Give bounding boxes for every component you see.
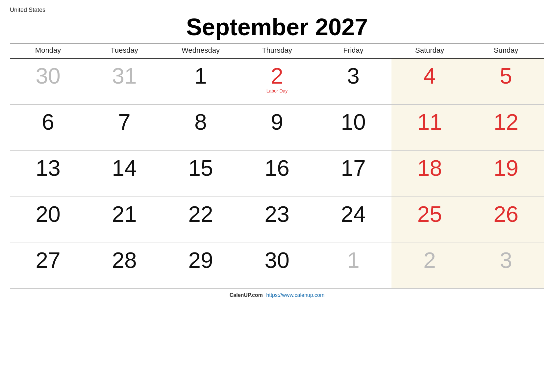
calendar-title: September 2027 <box>10 14 544 40</box>
country-label: United States <box>10 7 544 13</box>
calendar-container: United States September 2027 MondayTuesd… <box>0 0 554 307</box>
day-cell: 3 <box>315 58 391 104</box>
day-number: 23 <box>241 203 313 225</box>
day-number: 4 <box>394 65 465 87</box>
day-cell: 21 <box>86 196 163 243</box>
day-cell: 7 <box>86 104 163 150</box>
weekday-header-tuesday: Tuesday <box>86 43 163 58</box>
day-cell: 10 <box>315 104 391 150</box>
day-number: 16 <box>241 157 313 179</box>
day-number: 14 <box>89 157 160 179</box>
weekday-header-thursday: Thursday <box>239 43 315 58</box>
weekday-header-saturday: Saturday <box>391 43 468 58</box>
day-cell: 17 <box>315 150 391 196</box>
day-number: 28 <box>89 249 160 271</box>
day-number: 29 <box>165 249 236 271</box>
day-cell: 30 <box>239 243 315 289</box>
day-number: 20 <box>13 203 84 225</box>
day-cell: 16 <box>239 150 315 196</box>
day-number: 27 <box>13 249 84 271</box>
day-number: 12 <box>470 111 541 133</box>
day-number: 2 <box>394 249 465 271</box>
day-cell: 8 <box>163 104 239 150</box>
week-row-4: 20212223242526 <box>10 196 544 243</box>
day-number: 26 <box>470 203 541 225</box>
week-row-1: 303112Labor Day345 <box>10 58 544 104</box>
calendar-table: MondayTuesdayWednesdayThursdayFridaySatu… <box>10 43 544 289</box>
day-number: 5 <box>470 65 541 87</box>
day-number: 21 <box>89 203 160 225</box>
day-cell: 2 <box>391 243 468 289</box>
day-cell: 4 <box>391 58 468 104</box>
day-cell: 9 <box>239 104 315 150</box>
day-number: 17 <box>318 157 389 179</box>
day-number: 31 <box>89 65 160 87</box>
day-cell: 23 <box>239 196 315 243</box>
day-number: 30 <box>241 249 313 271</box>
day-cell: 18 <box>391 150 468 196</box>
day-cell: 20 <box>10 196 86 243</box>
day-number: 15 <box>165 157 236 179</box>
weekday-header-wednesday: Wednesday <box>163 43 239 58</box>
day-cell: 22 <box>163 196 239 243</box>
day-number: 10 <box>318 111 389 133</box>
day-number: 1 <box>165 65 236 87</box>
day-cell: 28 <box>86 243 163 289</box>
day-cell: 19 <box>468 150 544 196</box>
weekday-header-monday: Monday <box>10 43 86 58</box>
day-number: 8 <box>165 111 236 133</box>
day-cell: 15 <box>163 150 239 196</box>
day-cell: 5 <box>468 58 544 104</box>
calendar-body: 303112Labor Day3456789101112131415161718… <box>10 58 544 289</box>
holiday-label: Labor Day <box>241 88 313 93</box>
day-cell: 26 <box>468 196 544 243</box>
day-number: 25 <box>394 203 465 225</box>
site-name: CalenUP.com <box>230 292 263 298</box>
day-number: 6 <box>13 111 84 133</box>
day-cell: 6 <box>10 104 86 150</box>
day-number: 11 <box>394 111 465 133</box>
day-cell: 24 <box>315 196 391 243</box>
day-cell: 31 <box>86 58 163 104</box>
day-cell: 29 <box>163 243 239 289</box>
day-cell: 14 <box>86 150 163 196</box>
day-number: 9 <box>241 111 313 133</box>
day-number: 22 <box>165 203 236 225</box>
week-row-3: 13141516171819 <box>10 150 544 196</box>
day-cell: 25 <box>391 196 468 243</box>
day-cell: 1 <box>315 243 391 289</box>
day-cell: 11 <box>391 104 468 150</box>
weekday-header-friday: Friday <box>315 43 391 58</box>
day-cell: 3 <box>468 243 544 289</box>
weekday-header-row: MondayTuesdayWednesdayThursdayFridaySatu… <box>10 43 544 58</box>
day-cell: 30 <box>10 58 86 104</box>
day-number: 1 <box>318 249 389 271</box>
day-cell: 12 <box>468 104 544 150</box>
day-number: 2 <box>241 65 313 87</box>
day-number: 3 <box>470 249 541 271</box>
day-cell: 13 <box>10 150 86 196</box>
day-cell: 2Labor Day <box>239 58 315 104</box>
day-number: 19 <box>470 157 541 179</box>
day-number: 30 <box>13 65 84 87</box>
day-number: 7 <box>89 111 160 133</box>
calendar-header: MondayTuesdayWednesdayThursdayFridaySatu… <box>10 43 544 58</box>
site-url: https://www.calenup.com <box>266 292 324 298</box>
day-number: 3 <box>318 65 389 87</box>
week-row-5: 27282930123 <box>10 243 544 289</box>
week-row-2: 6789101112 <box>10 104 544 150</box>
weekday-header-sunday: Sunday <box>468 43 544 58</box>
day-cell: 27 <box>10 243 86 289</box>
day-number: 13 <box>13 157 84 179</box>
day-number: 18 <box>394 157 465 179</box>
footer: CalenUP.com https://www.calenup.com <box>10 289 544 300</box>
day-number: 24 <box>318 203 389 225</box>
day-cell: 1 <box>163 58 239 104</box>
